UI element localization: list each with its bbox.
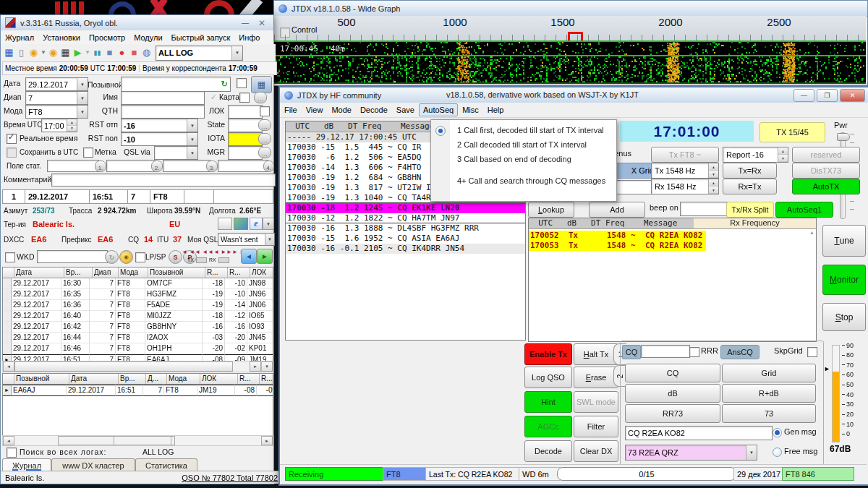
band-select[interactable]: 7▼ xyxy=(25,91,88,105)
pause-icon[interactable]: ▮▮ xyxy=(91,46,103,59)
widegraph-titlebar[interactable]: JTDX v18.1.0.58 - Wide Graph xyxy=(274,1,867,17)
name-input[interactable] xyxy=(121,91,205,105)
anscq-button[interactable]: AnsCQ xyxy=(720,345,760,359)
beep-input[interactable] xyxy=(680,202,729,216)
comment-input[interactable] xyxy=(51,174,276,187)
free-msg-radio[interactable] xyxy=(773,448,782,457)
gen-msg-radio[interactable] xyxy=(773,428,782,437)
callsign-checkbox[interactable] xyxy=(237,78,247,88)
stat-field-4[interactable] xyxy=(218,160,268,172)
menu-decode[interactable]: Decode xyxy=(356,103,392,116)
txrx-split-button[interactable]: Tx/Rx Split xyxy=(726,202,774,218)
minimize-icon[interactable]: — xyxy=(238,19,252,27)
pwr-slider-handle[interactable] xyxy=(837,133,850,141)
qslvia-select[interactable]: ▼ xyxy=(154,146,198,160)
rx-eq-tx-button[interactable]: Rx=Tx xyxy=(723,179,777,194)
blue-square-icon[interactable]: ■ xyxy=(103,46,116,59)
monitor-button[interactable]: Monitor xyxy=(822,265,866,295)
stat-field-1[interactable] xyxy=(47,160,99,172)
menu-bystry-zapusk[interactable]: Быстрый запуск xyxy=(167,31,235,44)
scrollbar-thumb[interactable] xyxy=(14,361,233,372)
scroll-right-icon[interactable]: ► xyxy=(250,361,261,372)
close-button[interactable]: ✕ xyxy=(840,89,865,102)
report-spinner[interactable]: Report -16▲▼ xyxy=(723,147,788,163)
wkd-checkbox[interactable] xyxy=(5,252,15,262)
filter-button[interactable]: Filter xyxy=(574,416,618,437)
tx-freq-spinner[interactable]: Tx 1548 Hz▲▼ xyxy=(651,163,719,179)
decode-row[interactable]: 170030 -15 1.6 1952 ~ CQ ASIA EA6AJ xyxy=(286,234,525,244)
helmet-icon[interactable]: ◍ xyxy=(140,46,153,59)
swap-button[interactable]: ↻ xyxy=(105,250,119,264)
log-select[interactable]: ALL LOG ▼ xyxy=(156,46,243,61)
tx-eq-rx-button[interactable]: Tx=Rx xyxy=(723,163,777,179)
date-select[interactable]: 29.12.2017▼ xyxy=(25,77,88,91)
maximize-button[interactable]: ❐ xyxy=(817,89,838,102)
menu-misc[interactable]: Misc xyxy=(458,103,483,116)
alert2-icon[interactable]: ◉ xyxy=(47,46,59,59)
refresh-icon[interactable]: ↻ xyxy=(221,80,228,89)
scroll-up-icon[interactable]: ▲ xyxy=(809,230,814,235)
chevron-down2-icon[interactable]: ▼ xyxy=(84,46,91,59)
tx-interval-button[interactable]: TX 15/45 xyxy=(760,122,825,142)
table-row[interactable]: ►EA6AJ29.12.201716:517FT8JM19-08-09 xyxy=(3,385,273,396)
msg-grid-button[interactable]: Grid xyxy=(722,364,816,382)
rst-rcvd-select[interactable]: -10▼ xyxy=(121,132,198,146)
msg-cq-button[interactable]: CQ xyxy=(625,364,720,382)
qth-input[interactable] xyxy=(121,105,205,119)
free-msg-select[interactable]: 73 R2EA QRZ▼ xyxy=(625,445,757,461)
gen-msg-input[interactable]: CQ R2EA KO82 xyxy=(625,426,773,440)
my-qsl-select[interactable]: Wasn't sent▼ xyxy=(218,233,275,246)
log-table-hscrollbar[interactable]: ◄ ► ▼ xyxy=(2,361,273,372)
menu-view[interactable]: View xyxy=(302,103,328,116)
iota-more-button[interactable]: … xyxy=(258,133,271,145)
msg-db-button[interactable]: dB xyxy=(625,384,720,403)
menu-item-autoseq3[interactable]: 3 Call based on end of decoding xyxy=(431,152,616,166)
scrollbar-thumb[interactable] xyxy=(58,436,175,445)
iota-input[interactable] xyxy=(228,132,263,146)
alarm-button[interactable]: ◉ xyxy=(119,250,133,264)
msg-rdb-button[interactable]: R+dB xyxy=(722,384,816,403)
record-icon[interactable]: ● xyxy=(116,46,128,59)
cq-dir-input[interactable] xyxy=(641,345,690,358)
state-input[interactable] xyxy=(228,119,263,132)
decode-row[interactable]: 170030 -16 1.3 1888 ~ DL4SBF HG3FMZ RRR xyxy=(286,223,525,234)
autoseq1-button[interactable]: AutoSeq1 xyxy=(775,202,833,218)
time-utc-spinner[interactable]: 17:00▲▼ xyxy=(41,119,77,132)
metka-checkbox[interactable] xyxy=(83,147,93,158)
new-record-icon[interactable]: ▯ xyxy=(15,46,27,59)
enable-tx-button[interactable]: Enable Tx xyxy=(524,343,572,365)
table-header[interactable]: ПозывнойДатаВр...Д...МодаЛОКR...R...Имя xyxy=(3,374,273,385)
scroll-left-icon[interactable]: ◄ xyxy=(3,436,14,445)
saveutc-checkbox[interactable] xyxy=(7,147,17,158)
lok-input[interactable] xyxy=(228,105,263,119)
table-row[interactable]: 29.12.201716:357FT8HG3FMZ-19-10JN96Jc xyxy=(3,289,273,300)
table-row[interactable]: 29.12.201716:407FT8MI0JZZ-18-12IO65Ch xyxy=(3,311,273,322)
alert-icon[interactable]: ◉ xyxy=(27,46,40,59)
chevron-down-icon[interactable]: ▼ xyxy=(40,46,47,59)
next-qso-button[interactable]: ► xyxy=(257,249,273,264)
prev-qso-button[interactable]: ◄ xyxy=(241,249,257,264)
table-row[interactable]: 29.12.201716:367FT8F5ADE-19-14JN06 xyxy=(3,300,273,311)
menu-autoseq[interactable]: AutoSeq xyxy=(419,103,458,116)
decode-row[interactable]: 170030 -18 1.2 1245 ~ CQ EK1KE LN20 xyxy=(286,203,525,213)
scroll-left-icon[interactable]: ◄ xyxy=(3,361,14,372)
table-row[interactable]: 29.12.201716:447FT8I2AOX-03-20JN45 xyxy=(3,333,273,343)
log-qso-button[interactable]: Log QSO xyxy=(524,367,572,388)
karta-checkbox[interactable] xyxy=(239,93,250,103)
tab-dx-cluster[interactable]: www DX кластер xyxy=(51,458,135,471)
hint-button[interactable]: Hint xyxy=(524,391,572,413)
window-select[interactable]: ▼ xyxy=(263,218,274,230)
filter-icon[interactable]: ▼ xyxy=(261,361,273,372)
clear-dx-button[interactable]: Clear DX xyxy=(574,440,618,462)
stop-button[interactable]: Stop xyxy=(822,303,866,331)
close-icon[interactable]: ✕ xyxy=(255,18,269,28)
scroll-right-icon[interactable]: ► xyxy=(261,436,273,445)
rx-freq-spinner[interactable]: Rx 1548 Hz▲▼ xyxy=(651,179,719,194)
table-header[interactable]: ДатаВр...ДиапМодаПозывнойR...R...ЛОКИ xyxy=(3,267,273,278)
menu-file[interactable]: File xyxy=(280,103,302,116)
halt-tx-button[interactable]: Halt Tx xyxy=(574,343,618,365)
msg-rr73-button[interactable]: RR73 xyxy=(625,404,720,423)
rst-sent-select[interactable]: -16▼ xyxy=(121,119,198,132)
mode-select[interactable]: FT8▼ xyxy=(25,105,88,119)
stop-icon[interactable]: ■ xyxy=(128,46,140,59)
